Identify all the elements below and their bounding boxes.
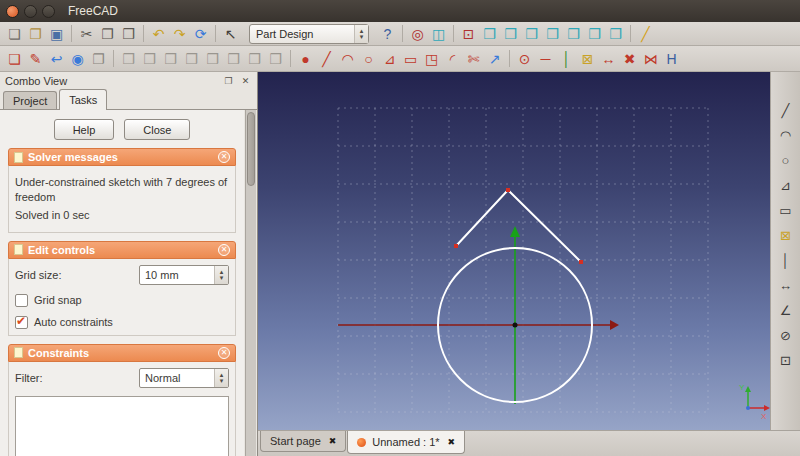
sketch-circle-icon[interactable]: ○ — [358, 48, 379, 69]
chamfer-feature-icon[interactable]: ❒ — [223, 48, 244, 69]
auto-constraints-checkbox[interactable] — [15, 316, 28, 329]
draft-feature-icon[interactable]: ❒ — [244, 48, 265, 69]
solver-messages-header[interactable]: Solver messages ✕ — [8, 148, 236, 166]
grid-snap-checkbox[interactable] — [15, 294, 28, 307]
edit-controls-header[interactable]: Edit controls ✕ — [8, 241, 236, 259]
pad-icon[interactable]: ❒ — [118, 48, 139, 69]
map-sketch-icon[interactable]: ❐ — [88, 48, 109, 69]
edit-sketch-icon[interactable]: ✎ — [25, 48, 46, 69]
workbench-selector[interactable]: Part Design ▴ ▾ — [249, 24, 369, 44]
auto-constraints-row[interactable]: Auto constraints — [15, 316, 229, 329]
nav-lock-constraint-icon[interactable]: ⊠ — [776, 225, 796, 245]
nav-radius-icon[interactable]: ⊘ — [776, 325, 796, 345]
document-tab[interactable]: Unnamed : 1*✖ — [347, 431, 465, 454]
dropdown-arrows-icon[interactable]: ▴ ▾ — [354, 25, 368, 43]
spinner-arrows-icon[interactable]: ▴ ▾ — [214, 266, 228, 284]
origin-point[interactable] — [513, 323, 518, 328]
paste-icon[interactable]: ❒ — [118, 23, 139, 44]
sketch-point[interactable] — [579, 260, 583, 264]
constraint-filter-dropdown[interactable]: Normal ▴ ▾ — [139, 368, 229, 388]
fit-all-icon[interactable]: ⊡ — [458, 23, 479, 44]
constraint-vertical-icon[interactable]: │ — [556, 48, 577, 69]
sketch-polyline-icon[interactable]: ⊿ — [379, 48, 400, 69]
nav-angle-icon[interactable]: ∠ — [776, 300, 796, 320]
sketch-point-icon[interactable]: ● — [295, 48, 316, 69]
view-top-icon[interactable]: ❒ — [521, 23, 542, 44]
copy-icon[interactable]: ❐ — [97, 23, 118, 44]
view-sketch-icon[interactable]: ◉ — [67, 48, 88, 69]
sketch-rectangle-icon[interactable]: ▭ — [400, 48, 421, 69]
tab-project[interactable]: Project — [3, 91, 57, 109]
nav-polyline-icon[interactable]: ⊿ — [776, 175, 796, 195]
sketch-polygon-icon[interactable]: ◳ — [421, 48, 442, 69]
nav-circle-icon[interactable]: ○ — [776, 150, 796, 170]
float-panel-icon[interactable]: ❐ — [222, 74, 235, 87]
section-close-icon[interactable]: ✕ — [218, 347, 230, 359]
close-button[interactable]: Close — [124, 119, 190, 140]
grid-size-spinbox[interactable]: 10 mm ▴ ▾ — [139, 265, 229, 285]
measure-distance-icon[interactable]: ╱ — [635, 23, 656, 44]
sketch-line-segment[interactable] — [508, 190, 581, 262]
nav-line-icon[interactable]: ╱ — [776, 100, 796, 120]
pocket-icon[interactable]: ❒ — [139, 48, 160, 69]
nav-fit-icon[interactable]: ⊡ — [776, 350, 796, 370]
tab-tasks[interactable]: Tasks — [59, 89, 107, 110]
grid-snap-row[interactable]: Grid snap — [15, 294, 229, 307]
undo-icon[interactable]: ↶ — [148, 23, 169, 44]
revolution-icon[interactable]: ❒ — [160, 48, 181, 69]
constraint-symmetric-icon[interactable]: ⋈ — [640, 48, 661, 69]
nav-rectangle-icon[interactable]: ▭ — [776, 200, 796, 220]
sketch-canvas[interactable]: X Y — [258, 72, 770, 430]
toggle-construction-icon[interactable]: H — [661, 48, 682, 69]
help-button[interactable]: Help — [54, 119, 115, 140]
view-isometric-icon[interactable]: ❒ — [479, 23, 500, 44]
create-sketch-icon[interactable]: ❏ — [4, 48, 25, 69]
save-document-icon[interactable]: ▣ — [46, 23, 67, 44]
draw-style-icon[interactable]: ◫ — [428, 23, 449, 44]
dropdown-arrows-icon[interactable]: ▴ ▾ — [214, 369, 228, 387]
constraint-lock-icon[interactable]: ⊠ — [577, 48, 598, 69]
cut-icon[interactable]: ✂ — [76, 23, 97, 44]
select-icon[interactable]: ↖ — [220, 23, 241, 44]
sketch-fillet-icon[interactable]: ◜ — [442, 48, 463, 69]
constraint-horizontal-icon[interactable]: ─ — [535, 48, 556, 69]
sketch-arc-icon[interactable]: ◠ — [337, 48, 358, 69]
fillet-feature-icon[interactable]: ❒ — [202, 48, 223, 69]
refresh-icon[interactable]: ⟳ — [190, 23, 211, 44]
nav-distance-icon[interactable]: ↔ — [776, 275, 796, 295]
view-front-icon[interactable]: ❒ — [500, 23, 521, 44]
document-tab[interactable]: Start page✖ — [260, 431, 346, 452]
nav-vertical-constraint-icon[interactable]: │ — [776, 250, 796, 270]
scrollbar-thumb[interactable] — [247, 112, 255, 186]
window-close-button[interactable] — [6, 5, 19, 18]
view-right-icon[interactable]: ❒ — [542, 23, 563, 44]
close-panel-icon[interactable]: ✕ — [239, 74, 252, 87]
sketch-trim-icon[interactable]: ✄ — [463, 48, 484, 69]
constraint-distance-icon[interactable]: ↔ — [598, 48, 619, 69]
sketch-point[interactable] — [506, 188, 510, 192]
constraint-delete-icon[interactable]: ✖ — [619, 48, 640, 69]
view-bottom-icon[interactable]: ❒ — [584, 23, 605, 44]
sketch-point[interactable] — [454, 244, 458, 248]
sketch-external-geometry-icon[interactable]: ↗ — [484, 48, 505, 69]
leave-sketch-icon[interactable]: ↩ — [46, 48, 67, 69]
whats-this-icon[interactable]: ? — [377, 23, 398, 44]
groove-icon[interactable]: ❒ — [181, 48, 202, 69]
close-icon[interactable]: ✖ — [448, 437, 456, 447]
section-close-icon[interactable]: ✕ — [218, 244, 230, 256]
view-left-icon[interactable]: ❒ — [605, 23, 626, 44]
view-rear-icon[interactable]: ❒ — [563, 23, 584, 44]
3d-viewport[interactable]: X Y — [258, 72, 770, 430]
constraint-coincident-icon[interactable]: ⊙ — [514, 48, 535, 69]
redo-icon[interactable]: ↷ — [169, 23, 190, 44]
open-document-icon[interactable]: ❐ — [25, 23, 46, 44]
close-icon[interactable]: ✖ — [329, 436, 337, 446]
sketch-line-segment[interactable] — [456, 190, 508, 246]
zoom-selection-icon[interactable]: ◎ — [407, 23, 428, 44]
sketch-line-icon[interactable]: ╱ — [316, 48, 337, 69]
nav-arc-icon[interactable]: ◠ — [776, 125, 796, 145]
panel-scrollbar[interactable] — [245, 110, 256, 456]
window-minimize-button[interactable] — [24, 5, 37, 18]
mirrored-feature-icon[interactable]: ❒ — [265, 48, 286, 69]
new-document-icon[interactable]: ❏ — [4, 23, 25, 44]
